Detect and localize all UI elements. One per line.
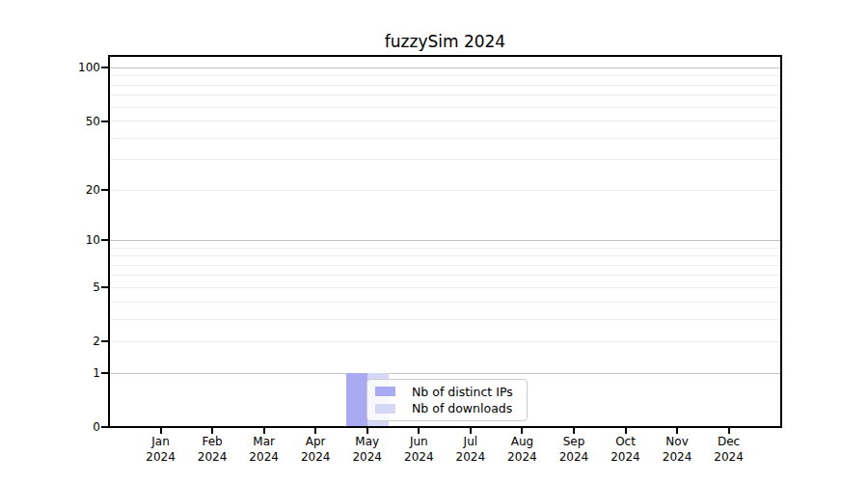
y-axis-tick (101, 372, 108, 374)
y-axis-tick (101, 189, 108, 191)
y-axis-tick (101, 67, 108, 68)
legend-item-downloads: Nb of downloads (373, 401, 521, 415)
legend-label-distinct-ips: Nb of distinct IPs (412, 385, 513, 399)
x-axis-tick (263, 428, 265, 434)
y-gridline-major (110, 67, 780, 68)
y-gridline-minor (110, 75, 780, 76)
legend-label-downloads: Nb of downloads (412, 401, 512, 415)
chart-figure: fuzzySim 2024 0125102050100Jan2024Feb202… (0, 0, 868, 482)
x-axis-tick (418, 428, 420, 434)
y-gridline-minor (110, 159, 780, 160)
y-axis-tick-label: 20 (42, 182, 100, 198)
legend: Nb of distinct IPs Nb of downloads (366, 379, 528, 421)
y-gridline-minor (110, 302, 780, 303)
legend-swatch-distinct-ips-icon (375, 387, 395, 396)
y-gridline-minor (110, 265, 780, 266)
y-gridline-minor (110, 107, 780, 108)
y-gridline-minor (110, 248, 780, 249)
y-gridline-minor (110, 319, 780, 320)
x-axis-tick (521, 428, 523, 434)
bar-nb-of-distinct-ips (346, 373, 367, 426)
y-gridline-minor (110, 138, 780, 139)
x-axis-tick (470, 428, 472, 434)
x-axis-tick (625, 428, 627, 434)
y-gridline-minor (110, 94, 780, 95)
y-gridline-minor (110, 120, 780, 121)
x-axis-tick (728, 428, 730, 434)
y-gridline-minor (110, 190, 780, 191)
y-gridline-minor (110, 287, 780, 288)
y-axis-tick (101, 286, 108, 288)
y-gridline-major (110, 373, 780, 374)
x-axis-tick (676, 428, 678, 434)
x-label-year: 2024 (698, 449, 760, 465)
y-axis-tick-label: 1 (42, 365, 100, 381)
y-gridline-minor (110, 255, 780, 256)
y-gridline-major (110, 240, 780, 241)
x-axis-tick (160, 428, 162, 434)
y-axis-tick-label: 0 (42, 419, 100, 435)
y-axis-tick (101, 426, 108, 428)
x-axis-tick (573, 428, 575, 434)
x-axis-tick (366, 428, 368, 434)
y-axis-tick-label: 5 (42, 280, 100, 295)
y-axis-tick-label: 10 (42, 232, 100, 248)
y-axis-tick (101, 340, 108, 342)
x-axis-tick (211, 428, 213, 434)
y-axis-tick-label: 50 (42, 114, 100, 129)
legend-swatch-downloads-icon (375, 404, 395, 414)
x-label-month: Dec (698, 434, 760, 449)
y-gridline-minor (110, 275, 780, 276)
y-gridline-minor (110, 341, 780, 342)
x-axis-tick (314, 428, 316, 434)
x-axis-tick-label: Dec2024 (698, 434, 760, 465)
y-axis-tick-label: 2 (42, 334, 100, 349)
legend-item-distinct-ips: Nb of distinct IPs (373, 385, 521, 399)
y-axis-tick (101, 120, 108, 122)
y-gridline-minor (110, 85, 780, 86)
y-axis-tick-label: 100 (42, 60, 100, 75)
y-axis-tick (101, 239, 108, 241)
